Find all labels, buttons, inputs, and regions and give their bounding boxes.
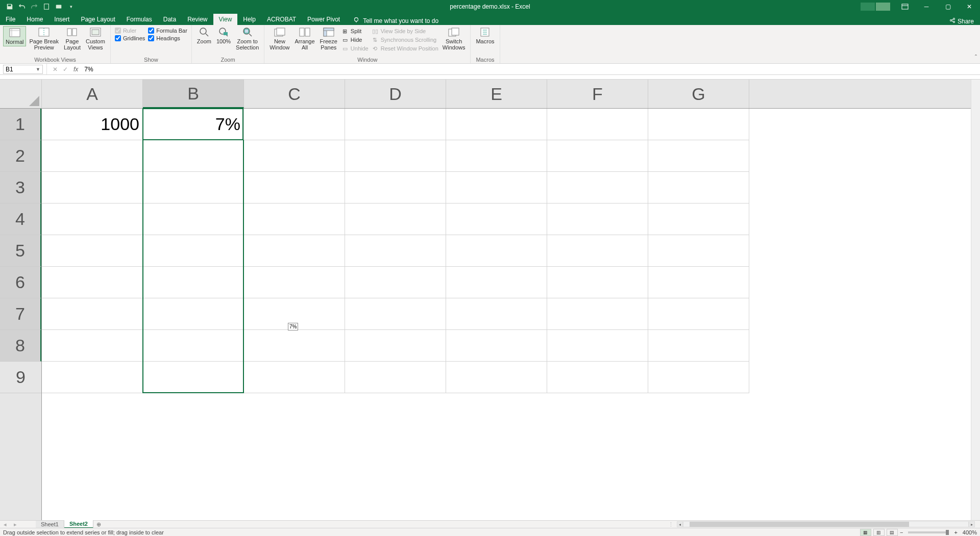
undo-icon[interactable] [17, 2, 27, 11]
cell-F3[interactable] [547, 172, 648, 203]
tab-page-layout[interactable]: Page Layout [75, 14, 120, 25]
tab-view[interactable]: View [213, 14, 238, 25]
cell-C5[interactable] [244, 235, 345, 267]
status-normal-view-icon[interactable]: ▦ [860, 529, 871, 536]
minimize-button[interactable]: ─ [916, 0, 937, 13]
cell-D8[interactable] [345, 330, 446, 362]
cell-D9[interactable] [345, 362, 446, 393]
column-header-E[interactable]: E [446, 80, 547, 108]
add-sheet-button[interactable]: ⊕ [93, 521, 105, 528]
macros-button[interactable]: Macros [474, 26, 496, 45]
cell-G3[interactable] [648, 172, 749, 203]
column-header-F[interactable]: F [547, 80, 648, 108]
cell-C9[interactable] [244, 362, 345, 393]
row-header-1[interactable]: 1 [0, 109, 41, 140]
vertical-scrollbar[interactable] [971, 80, 980, 520]
column-header-G[interactable]: G [648, 80, 749, 108]
page-layout-button[interactable]: Page Layout [62, 26, 83, 52]
status-page-break-icon[interactable]: ▤ [887, 529, 898, 536]
share-button[interactable]: Share [949, 17, 974, 25]
cell-A5[interactable] [42, 235, 143, 267]
cells-area[interactable]: 10007% 7% [42, 109, 971, 520]
cell-D6[interactable] [345, 267, 446, 298]
row-header-2[interactable]: 2 [0, 140, 41, 172]
fx-icon[interactable]: fx [74, 66, 78, 73]
redo-icon[interactable] [30, 2, 39, 11]
ribbon-display-icon[interactable] [894, 0, 916, 13]
horizontal-scrollbar[interactable] [683, 521, 969, 527]
zoom-to-selection-button[interactable]: Zoom to Selection [234, 26, 261, 52]
cell-F7[interactable] [547, 298, 648, 330]
cell-D4[interactable] [345, 203, 446, 235]
cell-B1[interactable]: 7% [143, 109, 244, 140]
qat-customize-icon[interactable]: ▾ [66, 2, 76, 11]
cell-D2[interactable] [345, 140, 446, 172]
page-break-preview-button[interactable]: Page Break Preview [27, 26, 60, 52]
cell-C3[interactable] [244, 172, 345, 203]
cell-F1[interactable] [547, 109, 648, 140]
hscroll-right-icon[interactable]: ▸ [969, 521, 975, 527]
column-header-D[interactable]: D [345, 80, 446, 108]
gridlines-checkbox[interactable]: Gridlines [114, 35, 146, 42]
cell-A7[interactable] [42, 298, 143, 330]
sheet-tab-sheet2[interactable]: Sheet2 [64, 520, 93, 528]
formula-bar-checkbox[interactable]: Formula Bar [147, 27, 188, 34]
cell-E8[interactable] [446, 330, 547, 362]
cell-B4[interactable] [143, 203, 244, 235]
cell-E2[interactable] [446, 140, 547, 172]
cell-A8[interactable] [42, 330, 143, 362]
cell-D7[interactable] [345, 298, 446, 330]
cell-G6[interactable] [648, 267, 749, 298]
row-header-9[interactable]: 9 [0, 362, 41, 393]
cell-B6[interactable] [143, 267, 244, 298]
cell-A9[interactable] [42, 362, 143, 393]
cell-E7[interactable] [446, 298, 547, 330]
new-window-button[interactable]: New Window [267, 26, 291, 52]
tab-acrobat[interactable]: ACROBAT [261, 14, 302, 25]
split-button[interactable]: ⊞Split [340, 27, 370, 35]
column-header-C[interactable]: C [244, 80, 345, 108]
cell-G4[interactable] [648, 203, 749, 235]
zoom-level[interactable]: 400% [963, 529, 977, 535]
sheet-nav-next-icon[interactable]: ▸ [10, 521, 20, 528]
cell-B7[interactable] [143, 298, 244, 330]
cell-D1[interactable] [345, 109, 446, 140]
user-account-area[interactable] [861, 3, 890, 11]
tab-data[interactable]: Data [158, 14, 182, 25]
cell-B8[interactable] [143, 330, 244, 362]
cell-C2[interactable] [244, 140, 345, 172]
zoom-100-button[interactable]: 100% [214, 26, 233, 45]
close-button[interactable]: ✕ [959, 0, 980, 13]
status-page-layout-icon[interactable]: ▥ [873, 529, 885, 536]
touch-mode-icon[interactable] [54, 2, 63, 11]
zoom-slider[interactable] [908, 531, 949, 533]
cell-G8[interactable] [648, 330, 749, 362]
sheet-nav-prev-icon[interactable]: ◂ [0, 521, 10, 528]
cell-E4[interactable] [446, 203, 547, 235]
tab-insert[interactable]: Insert [48, 14, 75, 25]
cell-E5[interactable] [446, 235, 547, 267]
cell-C6[interactable] [244, 267, 345, 298]
row-header-7[interactable]: 7 [0, 298, 41, 330]
row-header-8[interactable]: 8 [0, 330, 41, 362]
cell-D3[interactable] [345, 172, 446, 203]
cell-F6[interactable] [547, 267, 648, 298]
cell-B2[interactable] [143, 140, 244, 172]
cell-E3[interactable] [446, 172, 547, 203]
formula-input[interactable]: 7% [81, 66, 980, 73]
tab-file[interactable]: File [0, 14, 21, 25]
cell-E9[interactable] [446, 362, 547, 393]
collapse-ribbon-icon[interactable]: ˆ [975, 54, 977, 61]
cell-B9[interactable] [143, 362, 244, 393]
cell-A6[interactable] [42, 267, 143, 298]
cell-D5[interactable] [345, 235, 446, 267]
save-icon[interactable] [5, 2, 14, 11]
cell-A4[interactable] [42, 203, 143, 235]
cell-F5[interactable] [547, 235, 648, 267]
cell-G7[interactable] [648, 298, 749, 330]
cell-F2[interactable] [547, 140, 648, 172]
zoom-button[interactable]: Zoom [195, 26, 213, 45]
hide-button[interactable]: ▭Hide [340, 36, 370, 44]
cell-G5[interactable] [648, 235, 749, 267]
tab-review[interactable]: Review [182, 14, 213, 25]
